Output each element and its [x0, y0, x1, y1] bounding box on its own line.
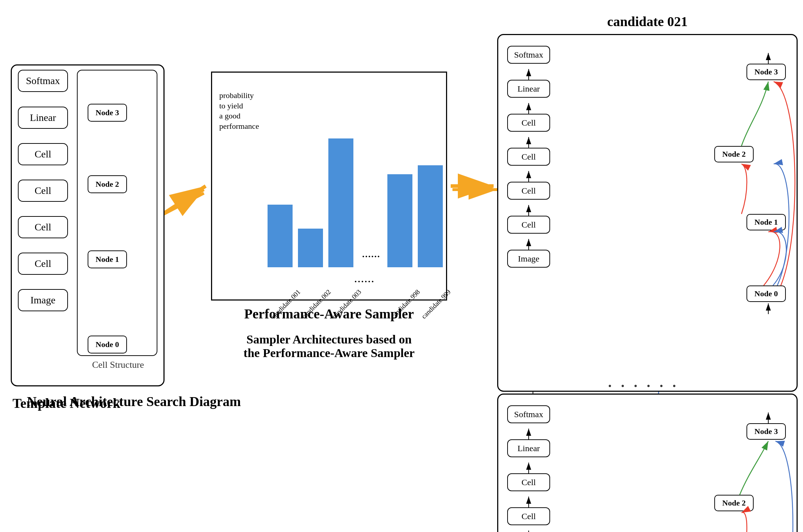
template-network-main-label: Template Network	[13, 395, 121, 411]
node-2-template: Node 2	[88, 175, 127, 193]
stack-cell-2: Cell	[18, 180, 68, 202]
svg-line-20	[163, 190, 204, 215]
stack-linear: Linear	[18, 107, 68, 129]
main-container: Softmax Linear Cell Cell Cell Cell Image…	[0, 0, 803, 532]
chart-dots-middle: ······	[361, 246, 382, 267]
node-3-template: Node 3	[88, 104, 127, 122]
bar-999	[418, 165, 443, 267]
bar-002	[298, 229, 323, 267]
sampler-box: probabilityto yielda goodperformance ···…	[211, 72, 447, 301]
stack-image: Image	[18, 289, 68, 311]
stack-cell-1: Cell	[18, 143, 68, 165]
c021-arrows	[498, 35, 797, 391]
candidate-021-box: Softmax Linear Cell Cell Cell Cell Image…	[497, 34, 798, 392]
bar-003	[328, 138, 353, 267]
svg-line-21	[163, 193, 204, 215]
cell-structure-label: Cell Structure	[80, 360, 156, 370]
stack-cell-3: Cell	[18, 216, 68, 238]
chart-y-label: probabilityto yielda goodperformance	[219, 91, 262, 131]
candidate-108-box: Softmax Linear Cell Cell Cell Cell Image…	[497, 394, 798, 532]
bar-label-dots: ······	[354, 276, 375, 287]
node-1-template: Node 1	[88, 250, 127, 268]
stack-cell-4: Cell	[18, 253, 68, 275]
node-0-template: Node 0	[88, 336, 127, 353]
stack-softmax: Softmax	[18, 70, 68, 92]
candidate-021-label: candidate 021	[497, 14, 798, 29]
c108-arrows	[498, 395, 797, 532]
sampler-title: Performance-Aware Sampler	[213, 306, 445, 322]
bar-998	[387, 174, 412, 267]
bar-001	[268, 205, 293, 267]
candidates-dots: · · · · · ·	[608, 377, 679, 394]
sampler-subtitle: Sampler Architectures based onthe Perfor…	[175, 333, 483, 360]
